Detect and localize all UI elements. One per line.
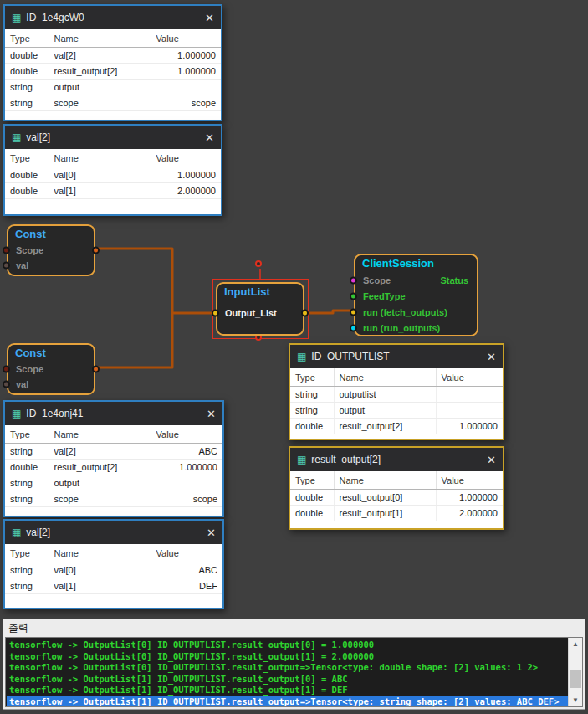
cell-type: double — [5, 167, 49, 183]
close-icon[interactable]: ✕ — [205, 132, 214, 143]
window-titlebar[interactable]: ▦ ID_1e4onj41 ✕ — [5, 402, 222, 425]
pin-row: Output_List — [217, 306, 303, 321]
console-line-selected[interactable]: tensorflow -> OutputList[1] ID_OUTPUTLIS… — [7, 696, 568, 708]
cell-name: output — [49, 475, 151, 491]
cell-type: double — [5, 460, 49, 475]
table-row[interactable]: double val[2] 1.000000 — [5, 48, 221, 64]
close-icon[interactable]: ✕ — [487, 455, 496, 465]
node-clientsession[interactable]: ClientSession Scope Status FeedType run … — [354, 254, 478, 336]
outputlist-output-pin[interactable] — [301, 310, 309, 317]
column-header-name: Name — [49, 149, 151, 167]
pin-label: val — [16, 260, 28, 270]
cell-name: val[1] — [49, 183, 151, 199]
scroll-up-icon[interactable]: ▲ — [569, 638, 582, 650]
console-body[interactable]: tensorflow -> OutputList[0] ID_OUTPUTLIS… — [5, 637, 583, 707]
console-line[interactable]: tensorflow -> OutputList[0] ID_OUTPUTLIS… — [7, 662, 568, 674]
data-table: Type Name Value double result_output[0] … — [290, 471, 503, 521]
table-row[interactable]: double val[1] 2.000000 — [5, 183, 221, 199]
table-row[interactable]: double result_output[2] 1.000000 — [290, 419, 503, 434]
scope-input-pin[interactable] — [3, 366, 10, 373]
console-line[interactable]: tensorflow -> OutputList[0] ID_OUTPUTLIS… — [7, 640, 568, 651]
console-line[interactable]: tensorflow -> OutputList[1] ID_OUTPUTLIS… — [7, 674, 568, 686]
window-title: val[2] — [26, 131, 200, 143]
table-row[interactable]: double val[0] 1.000000 — [5, 167, 221, 183]
val-input-pin[interactable] — [3, 262, 10, 270]
node-title: Const — [8, 345, 94, 362]
close-icon[interactable]: ✕ — [207, 527, 216, 538]
table-row[interactable]: string output — [5, 80, 221, 95]
column-header-type: Type — [5, 544, 49, 562]
scope-input-pin[interactable] — [350, 276, 357, 284]
scroll-down-icon[interactable]: ▼ — [569, 694, 582, 706]
selection-handle-top[interactable] — [255, 260, 262, 267]
table-row[interactable]: string val[0] ABC — [5, 562, 222, 578]
const-output-pin[interactable] — [92, 247, 100, 254]
cell-name: scope — [49, 491, 151, 507]
pin-label: Output_List — [225, 308, 277, 318]
run-run-outputs-input-pin[interactable] — [350, 324, 357, 331]
console-title[interactable]: 출력 — [3, 619, 585, 636]
column-header-name: Name — [49, 29, 151, 48]
table-row[interactable]: string scope scope — [5, 491, 222, 507]
scope-input-pin[interactable] — [3, 247, 10, 254]
window-title: val[2] — [26, 527, 202, 538]
cell-type: string — [290, 387, 334, 403]
table-row[interactable]: double result_output[0] 1.000000 — [290, 490, 503, 506]
const-output-pin[interactable] — [92, 366, 100, 373]
pin-label: run (fetch_outputs) — [363, 307, 447, 317]
close-icon[interactable]: ✕ — [205, 13, 214, 23]
table-row[interactable]: string val[2] ABC — [5, 444, 222, 460]
console-scrollbar[interactable]: ▲ ▼ — [568, 638, 582, 706]
cell-type: string — [5, 475, 49, 491]
run-fetch-outputs-input-pin[interactable] — [350, 308, 357, 316]
cell-value: ABC — [151, 562, 222, 578]
table-row[interactable]: double result_output[2] 1.000000 — [5, 64, 221, 80]
column-header-name: Name — [49, 425, 151, 444]
table-row[interactable]: string outputlist — [290, 387, 503, 403]
cell-value: ABC — [151, 444, 222, 460]
feedtype-input-pin[interactable] — [350, 292, 357, 300]
cell-type: double — [290, 490, 334, 506]
val-input-pin[interactable] — [3, 381, 10, 388]
outputlist-input-pin[interactable] — [212, 310, 219, 317]
cell-name: result_output[2] — [49, 460, 151, 475]
close-icon[interactable]: ✕ — [207, 408, 216, 419]
scrollbar-thumb[interactable] — [570, 670, 581, 688]
pin-row: FeedType — [355, 288, 477, 304]
table-row[interactable]: string output — [5, 475, 222, 491]
window-titlebar[interactable]: ▦ val[2] ✕ — [5, 126, 221, 149]
status-label: Status — [440, 275, 468, 285]
column-header-value: Value — [151, 544, 222, 562]
cell-name: output — [49, 80, 151, 95]
window-titlebar[interactable]: ▦ val[2] ✕ — [5, 521, 222, 544]
pin-row: val — [8, 258, 94, 273]
table-row[interactable]: string output — [290, 403, 503, 419]
window-title: ID_1e4onj41 — [26, 408, 202, 419]
node-title: InputList — [217, 284, 303, 300]
node-title: ClientSession — [355, 255, 477, 272]
node-const-top[interactable]: Const Scope val — [7, 224, 95, 276]
table-row[interactable]: double result_output[2] 1.000000 — [5, 460, 222, 475]
window-titlebar[interactable]: ▦ result_output[2] ✕ — [290, 448, 503, 471]
table-row[interactable]: string scope scope — [5, 95, 221, 111]
console-line[interactable]: tensorflow -> OutputList[0] ID_OUTPUTLIS… — [7, 651, 568, 663]
table-row[interactable]: double result_output[1] 2.000000 — [290, 506, 503, 521]
data-window-val2-bottom: ▦ val[2] ✕ Type Name Value string val[0]… — [3, 519, 224, 609]
cell-name: output — [334, 403, 436, 419]
console-lines: tensorflow -> OutputList[0] ID_OUTPUTLIS… — [7, 640, 568, 707]
close-icon[interactable]: ✕ — [487, 352, 496, 362]
data-table: Type Name Value string outputlist string… — [290, 368, 503, 434]
cell-value — [436, 403, 503, 419]
cell-name: val[2] — [49, 48, 151, 64]
window-titlebar[interactable]: ▦ ID_OUTPUTLIST ✕ — [290, 345, 503, 368]
cell-type: string — [290, 403, 334, 419]
node-const-bottom[interactable]: Const Scope val — [7, 343, 95, 395]
column-header-type: Type — [5, 149, 49, 167]
cell-type: string — [5, 444, 49, 460]
cell-type: string — [5, 578, 49, 594]
console-line[interactable]: tensorflow -> OutputList[1] ID_OUTPUTLIS… — [7, 685, 568, 696]
table-row[interactable]: string val[1] DEF — [5, 578, 222, 594]
window-titlebar[interactable]: ▦ ID_1e4gcW0 ✕ — [5, 6, 221, 29]
table-icon: ▦ — [12, 527, 21, 537]
node-inputlist[interactable]: InputList Output_List — [216, 282, 304, 336]
